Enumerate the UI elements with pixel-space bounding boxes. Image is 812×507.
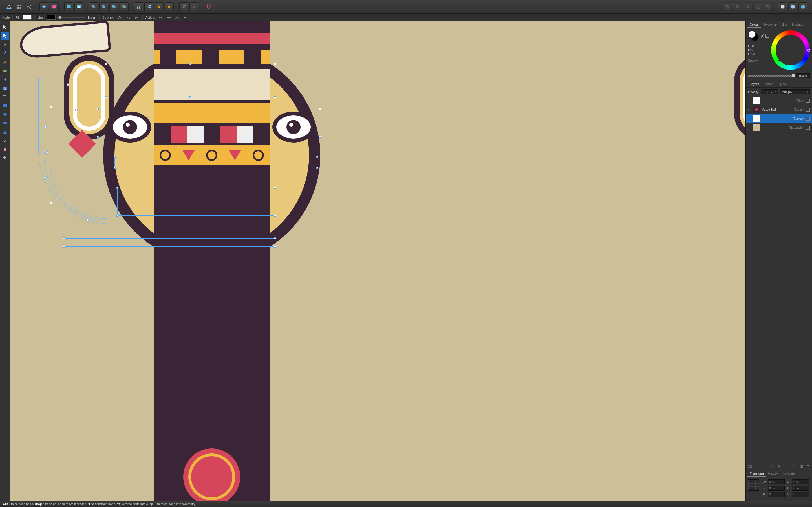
app-logo-icon[interactable] [4, 2, 13, 11]
order-front-icon[interactable] [119, 2, 129, 11]
layers-fx2-icon[interactable]: fx [777, 464, 781, 469]
layer-row[interactable]: ▸ Aztec Bull (Group) [746, 105, 812, 114]
layer-expand-icon[interactable]: ▸ [748, 108, 751, 112]
tab-navigator[interactable]: Navigator [780, 471, 798, 477]
order-forward-icon[interactable] [109, 2, 118, 11]
layer-visibility-toggle[interactable] [806, 108, 810, 112]
tab-history[interactable]: History [766, 471, 780, 477]
boolean-subtract-icon[interactable] [733, 2, 742, 11]
layers-mask-icon[interactable] [748, 464, 752, 469]
line-swatch[interactable] [47, 15, 56, 20]
flip-horizontal-icon[interactable] [134, 2, 143, 11]
share-icon[interactable] [25, 2, 34, 11]
action-break-icon[interactable] [158, 15, 163, 20]
transform-r-input[interactable]: 0 ° [768, 492, 784, 497]
layer-blend-select[interactable]: Multiply [779, 89, 810, 94]
layers-adjust-icon[interactable] [763, 464, 768, 469]
transform-w-input[interactable]: 0 px [792, 480, 809, 485]
crop-tool[interactable] [1, 93, 9, 101]
tab-transform[interactable]: Transform [748, 471, 766, 477]
layer-row[interactable]: (Curves) [746, 114, 812, 123]
layers-folder-icon[interactable] [792, 464, 797, 469]
colour-wheel[interactable] [771, 31, 810, 70]
snapping-magnet-icon[interactable] [204, 2, 213, 11]
zoom-tool[interactable] [1, 154, 9, 162]
fill-swatch[interactable] [23, 15, 32, 20]
boolean-divide-icon[interactable] [763, 2, 772, 11]
retina-1x-icon[interactable] [64, 2, 73, 11]
order-back-icon[interactable] [89, 2, 98, 11]
corner-round-icon[interactable] [778, 2, 787, 11]
opacity-value[interactable]: 100 % [796, 73, 810, 78]
persona-pixel-icon[interactable] [50, 2, 59, 11]
main-toolbar: 2x [0, 0, 812, 13]
retina-2x-icon[interactable]: 2x [74, 2, 84, 11]
layer-row[interactable]: (Pixel) [746, 96, 812, 105]
transform-h-input[interactable]: 0 px [792, 486, 809, 491]
convert-sharp-icon[interactable] [117, 15, 123, 20]
tab-colour[interactable]: Colour [748, 22, 761, 28]
canvas[interactable] [10, 21, 746, 501]
colour-panel-menu-icon[interactable]: ≡ [806, 22, 812, 28]
convert-smart-icon[interactable] [134, 15, 140, 20]
transform-x-input[interactable]: 0 px [768, 480, 784, 485]
tab-layers[interactable]: Layers [748, 81, 761, 87]
pan-tool[interactable] [1, 145, 9, 153]
transform-s-input[interactable]: 0 ° [792, 492, 809, 497]
text-tool[interactable]: A [1, 136, 9, 145]
svg-point-44 [3, 156, 6, 159]
pen-tool[interactable] [1, 41, 9, 48]
layers-fx-icon[interactable] [770, 464, 774, 469]
stroke-width-slider[interactable] [58, 17, 85, 18]
move-tool[interactable] [1, 23, 9, 31]
convert-smooth-icon[interactable] [125, 15, 131, 20]
brush-tool[interactable] [1, 58, 9, 66]
tab-brushes[interactable]: Brushes [790, 22, 805, 28]
layer-visibility-toggle[interactable] [806, 117, 810, 121]
layers-delete-icon[interactable] [806, 464, 810, 469]
persona-vector-icon[interactable] [40, 2, 49, 11]
rounded-rect-tool[interactable] [1, 119, 9, 127]
boolean-xor-icon[interactable] [753, 2, 762, 11]
order-backward-icon[interactable] [99, 2, 108, 11]
fill-stroke-swatch[interactable] [748, 31, 759, 41]
tab-swatches[interactable]: Swatches [761, 22, 779, 28]
tab-styles[interactable]: Styles [775, 81, 788, 87]
flip-vertical-icon[interactable] [144, 2, 153, 11]
opacity-slider[interactable] [748, 75, 795, 77]
transparency-tool[interactable] [1, 75, 9, 83]
layer-visibility-toggle[interactable] [806, 99, 810, 103]
boolean-intersect-icon[interactable] [743, 2, 752, 11]
arrange-grid-icon[interactable] [15, 2, 24, 11]
tab-line[interactable]: Line [779, 22, 790, 28]
transform-y-input[interactable]: 0 px [768, 486, 784, 491]
corner-bevel-icon[interactable] [788, 2, 797, 11]
tab-effects[interactable]: Effects [761, 81, 775, 87]
rectangle-tool[interactable] [1, 102, 9, 110]
action-join-icon[interactable] [183, 15, 189, 20]
node-tool[interactable] [1, 32, 9, 40]
rotate-cw-icon[interactable] [165, 2, 174, 11]
convert-label: Convert: [102, 16, 114, 19]
eyedropper-icon[interactable] [760, 34, 764, 38]
align-dropdown-icon[interactable] [190, 2, 199, 11]
align-left-icon[interactable] [179, 2, 188, 11]
action-close-icon[interactable] [166, 15, 172, 20]
colour-none-icon[interactable] [765, 34, 769, 38]
colour-opacity-row: 100 % [746, 72, 812, 80]
layer-row[interactable]: (Rectangle) [746, 123, 812, 132]
svg-rect-20 [168, 5, 170, 8]
triangle-tool[interactable] [1, 128, 9, 136]
layers-add-icon[interactable] [799, 464, 804, 469]
action-smooth-icon[interactable] [174, 15, 180, 20]
corner-concave-icon[interactable] [799, 2, 808, 11]
layer-opacity-select[interactable]: 100 % [761, 89, 778, 94]
fill-tool[interactable] [1, 67, 9, 75]
pencil-tool[interactable] [1, 49, 9, 57]
transform-anchor[interactable] [748, 480, 759, 491]
ellipse-tool[interactable] [1, 110, 9, 118]
rotate-ccw-icon[interactable] [154, 2, 163, 11]
boolean-add-icon[interactable] [723, 2, 732, 11]
layer-visibility-toggle[interactable] [806, 126, 810, 129]
place-image-tool[interactable] [1, 84, 9, 92]
